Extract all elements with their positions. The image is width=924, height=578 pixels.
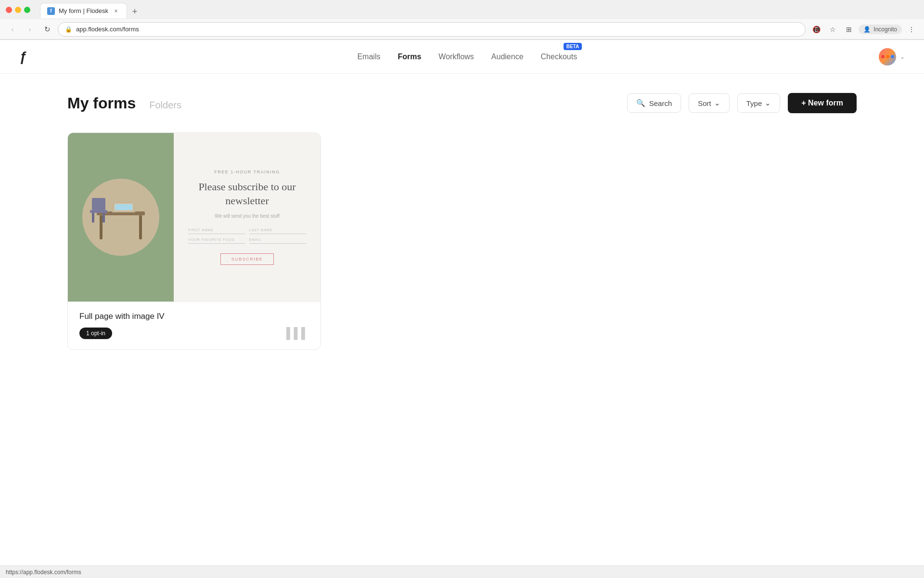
app-nav: Emails Forms Workflows Audience Checkout…	[56, 51, 879, 63]
analytics-icon[interactable]: ▌▌▌	[286, 327, 309, 340]
form-preview: FREE 1-HOUR TRAINING Please subscribe to…	[68, 133, 321, 302]
browser-addressbar: ‹ › ↻ 🔒 app.flodesk.com/forms 📵 ☆ ⊞ 👤 In…	[0, 19, 924, 39]
avatar-dot-orange	[886, 55, 889, 58]
avatar-dropdown-arrow[interactable]: ⌄	[900, 53, 905, 60]
preview-image-circle	[82, 179, 159, 256]
type-label: Type	[746, 99, 762, 107]
browser-tab[interactable]: f My form | Flodesk ×	[40, 3, 127, 18]
new-form-label: + New form	[801, 99, 843, 107]
avatar-dots	[881, 55, 894, 58]
form-preview-inner: FREE 1-HOUR TRAINING Please subscribe to…	[68, 133, 321, 302]
sort-label: Sort	[698, 99, 711, 107]
svg-rect-9	[112, 211, 135, 212]
new-form-button[interactable]: + New form	[788, 93, 857, 113]
form-card-footer: Full page with image IV 1 opt-in ▌▌▌	[68, 302, 321, 349]
nav-checkouts[interactable]: Checkouts	[541, 51, 578, 63]
more-button[interactable]: ⋮	[905, 23, 918, 36]
preview-subtext: We will send you the best stuff	[215, 213, 280, 219]
preview-email-label: EMAIL	[249, 238, 306, 241]
sort-arrow: ⌄	[714, 99, 720, 107]
avatar[interactable]	[879, 48, 896, 66]
opt-in-badge: 1 opt-in	[79, 328, 112, 339]
form-card[interactable]: FREE 1-HOUR TRAINING Please subscribe to…	[67, 132, 321, 350]
reload-button[interactable]: ↻	[40, 23, 54, 36]
search-label: Search	[649, 99, 672, 107]
header-right: ⌄	[879, 48, 905, 66]
preview-name-row: FIRST NAME LAST NAME	[188, 228, 306, 234]
svg-rect-5	[92, 213, 94, 223]
svg-rect-4	[90, 210, 107, 213]
furniture-illustration	[87, 184, 154, 251]
page-title-area: My forms Folders	[67, 94, 181, 112]
browser-chrome: f My form | Flodesk × + ‹ › ↻ 🔒 app.flod…	[0, 0, 924, 40]
incognito-label: Incognito	[873, 26, 897, 33]
search-button[interactable]: 🔍 Search	[627, 93, 681, 113]
tab-bar: f My form | Flodesk × +	[34, 1, 147, 18]
app-logo[interactable]: ƒ	[19, 49, 27, 65]
app-header: ƒ Emails Forms Workflows Audience Checko…	[0, 40, 924, 74]
preview-headline: Please subscribe to our newsletter	[188, 180, 306, 208]
nav-checkouts-wrapper: Checkouts BETA	[541, 51, 578, 63]
svg-rect-1	[100, 215, 103, 239]
avatar-dot-blue	[891, 55, 894, 58]
form-card-meta: 1 opt-in ▌▌▌	[79, 327, 309, 340]
page-title: My forms	[67, 94, 136, 112]
forms-grid: FREE 1-HOUR TRAINING Please subscribe to…	[67, 132, 857, 350]
svg-rect-6	[103, 213, 105, 223]
preview-contact-row: YOUR FAVORITE FOOD EMAIL	[188, 238, 306, 244]
page-header: My forms Folders 🔍 Search Sort ⌄ Type ⌄ …	[67, 93, 857, 113]
status-url: https://app.flodesk.com/forms	[6, 569, 81, 576]
preview-email-field: EMAIL	[249, 238, 306, 244]
browser-titlebar: f My form | Flodesk × +	[0, 0, 924, 19]
svg-rect-3	[92, 198, 105, 210]
minimize-traffic-light[interactable]	[15, 7, 21, 13]
folders-link[interactable]: Folders	[149, 100, 181, 111]
traffic-lights	[6, 7, 30, 13]
back-button[interactable]: ‹	[6, 23, 19, 36]
bookmark-icon[interactable]: ☆	[826, 23, 839, 36]
tab-close-button[interactable]: ×	[112, 7, 120, 15]
nav-emails[interactable]: Emails	[357, 51, 380, 63]
preview-form-fields: FIRST NAME LAST NAME YOUR FAVORITE FOOD	[188, 228, 306, 244]
form-card-title: Full page with image IV	[79, 312, 309, 321]
preview-food-label: YOUR FAVORITE FOOD	[188, 238, 245, 241]
address-text: app.flodesk.com/forms	[76, 26, 798, 33]
lock-icon: 🔒	[65, 26, 72, 33]
beta-badge: BETA	[564, 43, 582, 50]
preview-first-name-field: FIRST NAME	[188, 228, 245, 234]
preview-overline: FREE 1-HOUR TRAINING	[214, 170, 280, 174]
tab-favicon: f	[47, 7, 55, 15]
preview-first-name-label: FIRST NAME	[188, 228, 245, 232]
person-icon: 👤	[863, 26, 871, 33]
maximize-traffic-light[interactable]	[24, 7, 30, 13]
tab-title: My form | Flodesk	[59, 7, 108, 14]
address-bar[interactable]: 🔒 app.flodesk.com/forms	[58, 22, 806, 37]
nav-audience[interactable]: Audience	[491, 51, 524, 63]
svg-rect-2	[139, 215, 142, 239]
main-content: My forms Folders 🔍 Search Sort ⌄ Type ⌄ …	[0, 74, 924, 369]
preview-right: FREE 1-HOUR TRAINING Please subscribe to…	[174, 133, 320, 302]
type-arrow: ⌄	[765, 99, 771, 107]
type-button[interactable]: Type ⌄	[737, 93, 781, 113]
browser-actions: 📵 ☆ ⊞ 👤 Incognito ⋮	[809, 23, 918, 36]
svg-rect-8	[115, 204, 132, 210]
preview-left	[68, 133, 174, 302]
status-bar: https://app.flodesk.com/forms	[0, 565, 924, 578]
preview-last-name-field: LAST NAME	[249, 228, 306, 234]
forward-button[interactable]: ›	[23, 23, 37, 36]
page-actions: 🔍 Search Sort ⌄ Type ⌄ + New form	[627, 93, 857, 113]
camera-off-icon[interactable]: 📵	[809, 23, 823, 36]
search-icon: 🔍	[636, 99, 645, 107]
extension-icon[interactable]: ⊞	[842, 23, 856, 36]
preview-submit-button: SUBSCRIBE	[220, 253, 274, 265]
preview-last-name-label: LAST NAME	[249, 228, 306, 232]
avatar-dot-red	[881, 55, 885, 58]
new-tab-button[interactable]: +	[128, 5, 141, 18]
sort-button[interactable]: Sort ⌄	[689, 93, 730, 113]
nav-workflows[interactable]: Workflows	[438, 51, 474, 63]
close-traffic-light[interactable]	[6, 7, 12, 13]
preview-food-field: YOUR FAVORITE FOOD	[188, 238, 245, 244]
nav-forms[interactable]: Forms	[398, 51, 421, 63]
incognito-badge: 👤 Incognito	[859, 25, 902, 34]
